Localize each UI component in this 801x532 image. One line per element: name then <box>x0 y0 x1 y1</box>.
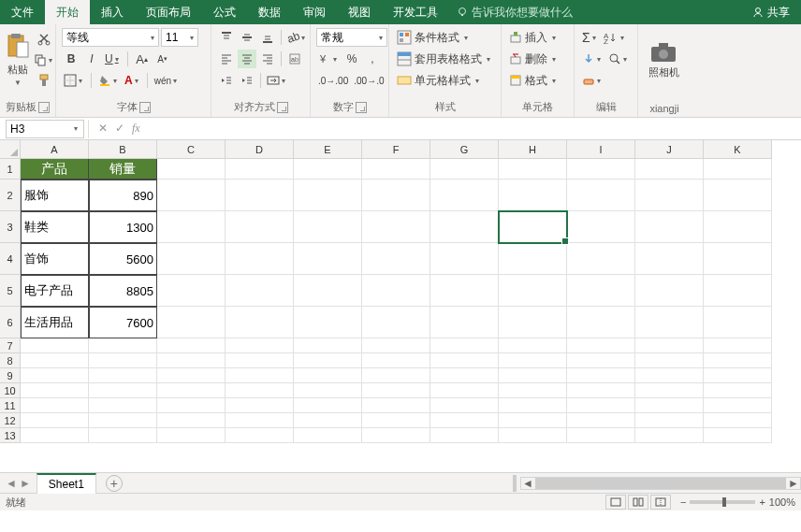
cell[interactable] <box>704 383 772 398</box>
clipboard-dialog-launcher[interactable] <box>38 102 50 113</box>
fill-button[interactable]: ▾ <box>580 50 604 68</box>
cell[interactable] <box>226 275 294 307</box>
col-header[interactable]: D <box>226 140 294 159</box>
row-header[interactable]: 7 <box>0 338 21 353</box>
fill-color-button[interactable]: ▾ <box>96 71 121 90</box>
cell[interactable] <box>567 338 635 353</box>
align-left-button[interactable] <box>217 50 236 68</box>
cell[interactable] <box>567 413 635 428</box>
insert-cells-button[interactable]: 插入▾ <box>507 28 560 47</box>
cell[interactable] <box>499 180 567 211</box>
shrink-font-button[interactable]: A▾ <box>153 50 172 68</box>
cell[interactable] <box>226 338 294 353</box>
find-select-button[interactable]: ▾ <box>606 50 631 68</box>
col-header[interactable]: K <box>704 140 772 159</box>
cell[interactable] <box>294 275 362 307</box>
align-middle-button[interactable] <box>238 28 256 47</box>
col-header[interactable]: A <box>21 140 89 159</box>
cell[interactable] <box>21 428 89 443</box>
cell[interactable] <box>430 368 499 383</box>
merge-button[interactable]: ▾ <box>265 71 289 90</box>
tab-view[interactable]: 视图 <box>337 0 382 24</box>
zoom-out-button[interactable]: − <box>680 496 686 508</box>
cut-button[interactable] <box>32 30 56 49</box>
number-dialog-launcher[interactable] <box>356 102 367 113</box>
font-dialog-launcher[interactable] <box>139 102 151 113</box>
cell[interactable] <box>362 428 430 443</box>
cell[interactable] <box>499 368 567 383</box>
cell[interactable] <box>21 338 89 353</box>
bold-button[interactable]: B <box>62 50 80 68</box>
cell[interactable] <box>430 180 499 211</box>
cell[interactable] <box>362 180 430 211</box>
cell[interactable] <box>157 243 226 275</box>
cell[interactable] <box>226 413 294 428</box>
cell[interactable] <box>226 211 294 243</box>
cell[interactable] <box>362 243 430 275</box>
cell[interactable] <box>362 159 430 180</box>
cell[interactable] <box>294 307 362 338</box>
row-header[interactable]: 2 <box>0 180 21 211</box>
col-header[interactable]: I <box>567 140 635 159</box>
cell[interactable] <box>157 275 226 307</box>
cell[interactable] <box>226 159 294 180</box>
cell[interactable] <box>157 353 226 368</box>
cell[interactable] <box>294 368 362 383</box>
cell[interactable] <box>704 398 772 413</box>
cell[interactable] <box>362 275 430 307</box>
cell[interactable] <box>362 368 430 383</box>
cell[interactable] <box>226 428 294 443</box>
cell[interactable] <box>635 353 704 368</box>
cell[interactable] <box>499 243 567 275</box>
scroll-right-button[interactable]: ► <box>787 477 800 490</box>
delete-cells-button[interactable]: 删除▾ <box>507 50 560 68</box>
sheet-tab[interactable]: Sheet1 <box>36 473 96 494</box>
tab-insert[interactable]: 插入 <box>90 0 135 24</box>
cell[interactable] <box>294 383 362 398</box>
tab-developer[interactable]: 开发工具 <box>382 0 449 24</box>
zoom-in-button[interactable]: + <box>759 496 765 508</box>
copy-button[interactable]: ▾ <box>32 50 56 69</box>
row-header[interactable]: 10 <box>0 383 21 398</box>
cell[interactable] <box>362 353 430 368</box>
cell[interactable]: 7600 <box>89 307 157 338</box>
cell[interactable] <box>567 353 635 368</box>
cell[interactable]: 890 <box>89 180 157 211</box>
cell[interactable] <box>704 368 772 383</box>
cell[interactable] <box>635 428 704 443</box>
camera-button[interactable]: 照相机 <box>644 28 683 92</box>
row-header[interactable]: 5 <box>0 275 21 307</box>
cell[interactable] <box>226 383 294 398</box>
cell[interactable] <box>89 353 157 368</box>
sort-filter-button[interactable]: AZ▾ <box>602 28 628 47</box>
cell[interactable] <box>226 180 294 211</box>
cell[interactable] <box>157 368 226 383</box>
cell[interactable] <box>157 413 226 428</box>
autosum-button[interactable]: Σ▾ <box>580 28 600 47</box>
col-header[interactable]: J <box>635 140 704 159</box>
cell[interactable] <box>499 159 567 180</box>
cell-styles-button[interactable]: 单元格样式▾ <box>395 71 494 90</box>
formula-input[interactable] <box>146 120 801 138</box>
cell[interactable] <box>635 383 704 398</box>
paste-button[interactable]: 粘贴 ▼ <box>6 28 30 92</box>
cell[interactable] <box>704 353 772 368</box>
cell[interactable] <box>294 180 362 211</box>
cell[interactable] <box>362 413 430 428</box>
new-sheet-button[interactable]: + <box>106 475 123 492</box>
col-header[interactable]: C <box>157 140 226 159</box>
tab-split-handle[interactable] <box>513 475 517 492</box>
cell[interactable] <box>430 243 499 275</box>
tab-home[interactable]: 开始 <box>45 0 90 24</box>
align-bottom-button[interactable] <box>258 28 277 47</box>
align-center-button[interactable] <box>238 50 256 68</box>
zoom-level[interactable]: 100% <box>769 496 795 508</box>
cell[interactable]: 8805 <box>89 275 157 307</box>
cell[interactable] <box>294 413 362 428</box>
cell[interactable] <box>430 398 499 413</box>
cell[interactable] <box>499 307 567 338</box>
cell[interactable] <box>21 383 89 398</box>
page-break-view-button[interactable] <box>650 495 671 510</box>
cell[interactable] <box>635 275 704 307</box>
cell[interactable]: 首饰 <box>21 243 89 275</box>
